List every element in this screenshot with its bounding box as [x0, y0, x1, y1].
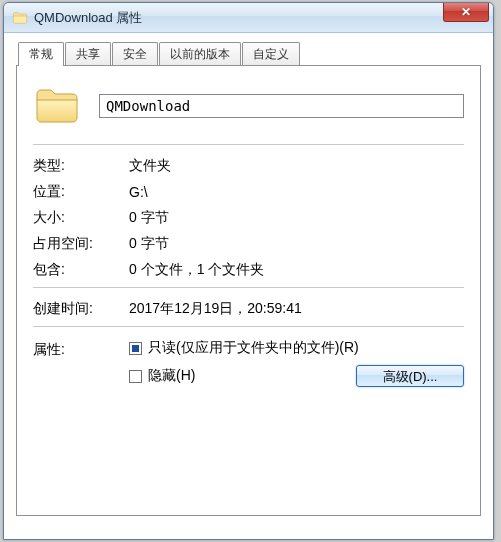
window-title: QMDownload 属性	[34, 9, 142, 27]
folder-large-icon	[33, 82, 81, 130]
row-location: 位置: G:\	[33, 183, 464, 201]
separator	[33, 287, 464, 288]
hidden-checkbox[interactable]	[129, 370, 142, 383]
hidden-advanced-row: 隐藏(H) 高级(D)...	[129, 365, 464, 387]
header-row	[33, 82, 464, 130]
label-size-on-disk: 占用空间:	[33, 235, 129, 253]
label-size: 大小:	[33, 209, 129, 227]
value-size-on-disk: 0 字节	[129, 235, 169, 253]
value-contains: 0 个文件，1 个文件夹	[129, 261, 264, 279]
value-type: 文件夹	[129, 157, 171, 175]
tab-previous-versions[interactable]: 以前的版本	[159, 42, 241, 65]
row-size-on-disk: 占用空间: 0 字节	[33, 235, 464, 253]
attributes-section: 属性: 只读(仅应用于文件夹中的文件)(R) 隐藏(H) 高级(D)...	[33, 339, 464, 387]
folder-name-input[interactable]	[99, 94, 464, 118]
tab-panel-general: 类型: 文件夹 位置: G:\ 大小: 0 字节 占用空间: 0 字节 包含: …	[16, 66, 481, 516]
value-size: 0 字节	[129, 209, 169, 227]
label-type: 类型:	[33, 157, 129, 175]
readonly-label[interactable]: 只读(仅应用于文件夹中的文件)(R)	[148, 339, 359, 357]
separator	[33, 144, 464, 145]
readonly-checkbox[interactable]	[129, 342, 142, 355]
tab-sharing[interactable]: 共享	[65, 42, 111, 65]
label-attributes: 属性:	[33, 339, 129, 359]
row-contains: 包含: 0 个文件，1 个文件夹	[33, 261, 464, 279]
attributes-right: 只读(仅应用于文件夹中的文件)(R) 隐藏(H) 高级(D)...	[129, 339, 464, 387]
close-icon: ✕	[461, 6, 471, 18]
tab-security[interactable]: 安全	[112, 42, 158, 65]
close-button[interactable]: ✕	[443, 2, 489, 22]
label-location: 位置:	[33, 183, 129, 201]
value-location: G:\	[129, 184, 148, 200]
tab-strip: 常规 共享 安全 以前的版本 自定义	[16, 43, 481, 66]
row-created: 创建时间: 2017年12月19日，20:59:41	[33, 300, 464, 318]
row-size: 大小: 0 字节	[33, 209, 464, 227]
title-bar[interactable]: QMDownload 属性 ✕	[4, 3, 493, 33]
hidden-label[interactable]: 隐藏(H)	[148, 367, 195, 385]
folder-icon	[12, 10, 28, 26]
label-contains: 包含:	[33, 261, 129, 279]
client-area: 常规 共享 安全 以前的版本 自定义	[4, 33, 493, 528]
label-created: 创建时间:	[33, 300, 129, 318]
tab-customize[interactable]: 自定义	[242, 42, 300, 65]
row-type: 类型: 文件夹	[33, 157, 464, 175]
readonly-row: 只读(仅应用于文件夹中的文件)(R)	[129, 339, 464, 357]
value-created: 2017年12月19日，20:59:41	[129, 300, 302, 318]
properties-dialog: QMDownload 属性 ✕ 常规 共享 安全 以前的版本 自定义	[3, 2, 494, 540]
tab-general[interactable]: 常规	[18, 42, 64, 66]
advanced-button[interactable]: 高级(D)...	[356, 365, 464, 387]
separator	[33, 326, 464, 327]
